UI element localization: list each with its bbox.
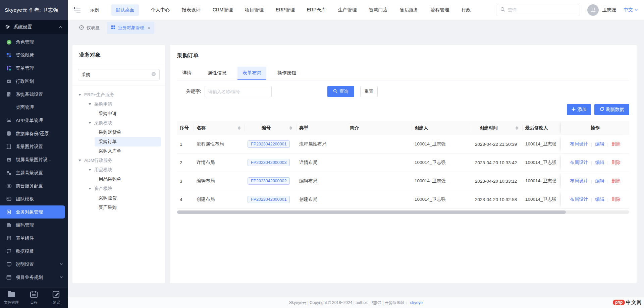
sidebar-item-app-menu[interactable]: APP菜单管理 xyxy=(0,114,68,127)
sidebar-group-project-planning[interactable]: 项目业务规划 xyxy=(0,271,68,284)
tree-search-input[interactable] xyxy=(82,72,149,77)
nav-item[interactable]: ERP仓库 xyxy=(307,7,326,13)
sidebar-item-form-component[interactable]: 表单组件 xyxy=(0,232,68,245)
sidebar-item-frontend-service[interactable]: 前台服务配置 xyxy=(0,179,68,192)
sidebar-item-label: APP菜单管理 xyxy=(16,118,43,124)
tree-node[interactable]: 采购退货 xyxy=(95,193,161,203)
page-tab-business-object[interactable]: 业务对象管理 × xyxy=(107,22,154,34)
sort-icon[interactable] xyxy=(238,125,240,131)
edit-link[interactable]: 编辑 xyxy=(595,178,604,184)
dock-item-file-manage[interactable]: 文件管理 xyxy=(1,291,21,305)
tree-node[interactable]: 资产模块 xyxy=(72,184,165,193)
nav-item[interactable]: 流程管理 xyxy=(430,7,449,13)
nav-item[interactable]: 报表设计 xyxy=(182,7,201,13)
tab-attribute-info[interactable]: 属性信息 xyxy=(203,67,231,80)
code-badge[interactable]: FP2023042000001 xyxy=(248,196,290,203)
team-template-icon xyxy=(6,196,12,202)
global-search-input[interactable] xyxy=(508,7,576,12)
edit-link[interactable]: 编辑 xyxy=(595,160,604,166)
keyword-input[interactable] xyxy=(205,86,272,97)
dock-item-notes[interactable]: 笔记 xyxy=(46,291,66,305)
sidebar-item-menu-manage[interactable]: 菜单管理 xyxy=(0,62,68,75)
edit-link[interactable]: 编辑 xyxy=(595,196,604,202)
sidebar-item-theme-background[interactable]: 主题背景设置 xyxy=(0,166,68,179)
delete-link[interactable]: 删除 xyxy=(611,196,621,202)
sidebar-item-data-template[interactable]: 数据模板 xyxy=(0,245,68,258)
sidebar-item-resource-icons[interactable]: 资源图标 xyxy=(0,49,68,62)
nav-item-active[interactable]: 默认桌面 xyxy=(111,4,139,16)
query-button[interactable]: 查询 xyxy=(327,86,354,97)
tab-action-buttons[interactable]: 操作按钮 xyxy=(272,67,301,80)
clear-icon[interactable] xyxy=(151,72,156,78)
sort-icon[interactable] xyxy=(289,125,292,131)
refresh-button[interactable]: 刷新数据 xyxy=(594,104,629,115)
copyright-text: Skyeye云 | Copyright © 2018~2024 | author… xyxy=(289,300,409,306)
dock-item-schedule[interactable]: 日程 xyxy=(24,291,44,305)
sidebar-item-encoding-manage[interactable]: w 编码管理 xyxy=(0,219,68,232)
code-badge[interactable]: FP2023042000003 xyxy=(248,159,290,166)
nav-item[interactable]: 个人中心 xyxy=(151,7,170,13)
close-icon[interactable]: × xyxy=(148,25,150,30)
scrollbar-thumb[interactable] xyxy=(177,210,566,214)
delete-link[interactable]: 删除 xyxy=(611,178,621,184)
tree-node[interactable]: ERP+生产服务 xyxy=(72,90,165,100)
code-badge[interactable]: FP2023042000002 xyxy=(248,177,290,185)
sidebar-item-business-object[interactable]: 业务对象管理 xyxy=(0,205,65,219)
sidebar-item-role-manage[interactable]: A 角色管理 xyxy=(0,36,68,49)
sidebar-group-system-settings[interactable]: 系统设置 xyxy=(0,20,68,34)
tab-detail[interactable]: 详情 xyxy=(177,67,197,80)
tree-node[interactable]: 采购入库单 xyxy=(95,146,161,156)
layout-design-link[interactable]: 布局设计 xyxy=(570,141,588,147)
nav-item[interactable]: 示例 xyxy=(90,7,99,13)
page-tab-dashboard[interactable]: 仪表盘 xyxy=(75,22,104,34)
layout-design-link[interactable]: 布局设计 xyxy=(570,178,588,184)
skyeye-link[interactable]: skyeye xyxy=(410,300,423,305)
tree-node[interactable]: 采购退货单 xyxy=(95,128,161,137)
caret-down-icon[interactable] xyxy=(89,103,91,105)
language-switch[interactable]: 中文 xyxy=(624,7,638,13)
sidebar-item-region[interactable]: 行政区划 xyxy=(0,75,68,88)
sidebar-item-db-backup[interactable]: 数据库备份/还原 xyxy=(0,127,68,140)
tree-node[interactable]: 采购模块 xyxy=(72,118,165,128)
add-button[interactable]: 添加 xyxy=(567,104,591,115)
tree-node[interactable]: ADM行政服务 xyxy=(72,156,165,165)
tree-node[interactable]: 用品模块 xyxy=(72,165,165,175)
nav-item[interactable]: ERP管理 xyxy=(276,7,295,13)
layout-design-link[interactable]: 布局设计 xyxy=(570,196,588,202)
caret-down-icon[interactable] xyxy=(89,188,91,190)
layout-design-link[interactable]: 布局设计 xyxy=(570,160,588,166)
delete-link[interactable]: 删除 xyxy=(611,141,621,147)
sort-icon[interactable] xyxy=(516,125,518,131)
tree-node[interactable]: 采购申请 xyxy=(72,100,165,109)
sidebar-group-description-settings[interactable]: 说明设置 xyxy=(0,258,68,271)
sidebar-item-system-config[interactable]: 系统基础设置 xyxy=(0,88,68,101)
caret-down-icon[interactable] xyxy=(78,94,81,96)
tree-node-selected[interactable]: 采购订单 xyxy=(95,137,161,146)
user-avatar[interactable]: 卫 xyxy=(587,4,599,16)
tree-node[interactable]: 用品采购单 xyxy=(95,175,161,184)
delete-link[interactable]: 删除 xyxy=(611,160,621,166)
tab-form-layout[interactable]: 表单布局 xyxy=(237,67,266,80)
sidebar-item-lockscreen-image[interactable]: 锁屏背景图片设... xyxy=(0,153,68,166)
nav-item[interactable]: CRM管理 xyxy=(213,7,233,13)
nav-item[interactable]: 生产管理 xyxy=(338,7,357,13)
code-badge[interactable]: FP2023042200001 xyxy=(248,140,290,148)
nav-item[interactable]: 智慧门店 xyxy=(369,7,387,13)
nav-item[interactable]: 售后服务 xyxy=(399,7,418,13)
tree-node[interactable]: 采购申请 xyxy=(95,109,161,118)
caret-down-icon[interactable] xyxy=(89,169,91,171)
caret-down-icon[interactable] xyxy=(78,160,81,162)
sidebar-item-desktop-manage[interactable]: 桌面管理 xyxy=(0,101,68,114)
form-component-icon xyxy=(6,235,12,241)
tree-node[interactable]: 资产采购 xyxy=(95,203,161,212)
sidebar-item-background-image[interactable]: 背景图片设置 xyxy=(0,140,68,153)
sidebar-collapse-icon[interactable] xyxy=(73,6,81,14)
edit-link[interactable]: 编辑 xyxy=(595,141,604,147)
col-header-created: 创建时间 xyxy=(472,124,523,132)
caret-down-icon[interactable] xyxy=(89,122,91,124)
user-name[interactable]: 卫志强 xyxy=(602,7,616,13)
reset-button[interactable]: 重置 xyxy=(360,86,378,97)
sidebar-item-team-template[interactable]: 团队模板 xyxy=(0,192,68,205)
nav-item[interactable]: 项目管理 xyxy=(245,7,264,13)
nav-item[interactable]: 行政 xyxy=(461,7,471,13)
